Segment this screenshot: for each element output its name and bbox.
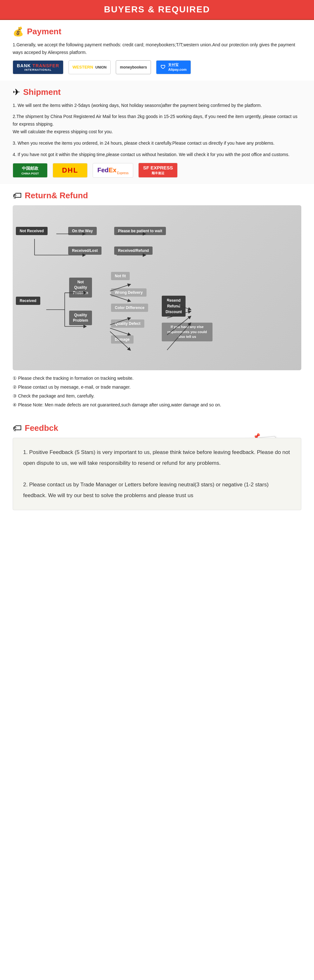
shipment-heading: Shipment	[23, 87, 60, 97]
payment-description: 1.Generally, we accept the following pay…	[13, 41, 301, 56]
flow-not-quality: NotQualityProblem	[69, 278, 92, 297]
shipment-para-2: 2.The shipment by China Post Registered …	[13, 113, 301, 135]
feedback-para-2: 2. Please contact us by Trade Manager or…	[23, 479, 291, 501]
flow-not-received: Not Received	[16, 227, 48, 235]
flow-color-difference: Color Difference	[111, 304, 148, 312]
flow-on-the-way: On the Way	[68, 227, 97, 235]
payment-heading: Payment	[27, 27, 61, 37]
flow-please-wait: Please be patient to wait	[114, 227, 166, 235]
shipment-para-1: 1. We will sent the items within 2-5days…	[13, 102, 301, 110]
flow-received-lost: Received/Lost	[68, 247, 101, 255]
flow-note-4: ④ Please Note: Men made defects are not …	[13, 401, 301, 409]
return-refund-section: 🏷 Return& Refund	[0, 184, 314, 416]
sf-logo: SF EXPRESS 顺丰速运	[138, 163, 178, 178]
feedback-box: 1. Positive Feedback (5 Stars) is very i…	[13, 438, 301, 510]
flow-else-requirements: If you have any else requirements you co…	[162, 323, 213, 341]
payment-logos-container: BANK TRANSFER INTERNATIONAL WESTERN UNIO…	[13, 60, 301, 74]
payment-section: 💰 Payment 1.Generally, we accept the fol…	[0, 20, 314, 81]
fedex-logo: FedEx Express	[93, 163, 133, 178]
shipment-title-row: ✈ Shipment	[13, 87, 301, 97]
shipment-para-3: 3. When you receive the items you ordere…	[13, 140, 301, 147]
flow-received: Received	[16, 297, 40, 305]
flow-wrong-delivery: Wrong Delivery	[111, 288, 146, 297]
moneybookers-logo: moneybookers	[116, 60, 151, 74]
flow-damage: Damage	[111, 335, 133, 344]
carrier-logos-container: 中国邮政 CHINA POST DHL FedEx Express SF EXP…	[13, 163, 301, 178]
feedback-para-1: 1. Positive Feedback (5 Stars) is very i…	[23, 447, 291, 469]
payment-title-row: 💰 Payment	[13, 26, 301, 37]
payment-icon: 💰	[13, 26, 24, 37]
feedback-icon: 🏷	[13, 423, 22, 433]
return-refund-title-row: 🏷 Return& Refund	[13, 190, 301, 201]
shipment-icon: ✈	[13, 87, 20, 97]
alipay-logo: 🛡 支付宝Alipay.com	[156, 60, 191, 74]
flow-not-fit: Not fit	[111, 272, 130, 280]
flow-resend-refund: ResendRefundDiscount	[162, 296, 186, 317]
feedback-content-wrapper: Feedback 1. Positive Feedback (5 Stars) …	[13, 438, 301, 510]
flow-note-3: ③ Check the package and Item, carefully.	[13, 393, 301, 400]
return-refund-icon: 🏷	[13, 190, 22, 201]
chinapost-logo: 中国邮政 CHINA POST	[13, 163, 48, 178]
return-refund-heading: Return& Refund	[25, 191, 88, 200]
western-union-logo: WESTERN UNION	[68, 60, 111, 74]
feedback-section: 🏷 Feedbck Feedback 1. Positive Feedback …	[0, 417, 314, 520]
shipment-section: ✈ Shipment 1. We will sent the items wit…	[0, 81, 314, 185]
shipment-para-4: 4. If you have not got it within the shi…	[13, 151, 301, 159]
flow-quality-problem: QualityProblem	[69, 310, 92, 325]
bank-transfer-logo: BANK TRANSFER INTERNATIONAL	[13, 60, 63, 74]
page-header: BUYERS & REQUIRED	[0, 0, 314, 20]
page-title: BUYERS & REQUIRED	[0, 5, 314, 14]
dhl-logo: DHL	[53, 163, 87, 178]
flow-received-refund: Received/Refund	[114, 247, 152, 255]
flow-quality-defect: Quality Defect	[111, 320, 144, 328]
flowchart: Not Received On the Way Please be patien…	[13, 205, 301, 370]
flow-note-2: ② Please contact us by meesage, e-mail, …	[13, 383, 301, 391]
flow-note-1: ① Please check the tracking in formation…	[13, 375, 301, 382]
feedback-heading: Feedbck	[25, 423, 59, 433]
flow-notes: ① Please check the tracking in formation…	[13, 375, 301, 409]
